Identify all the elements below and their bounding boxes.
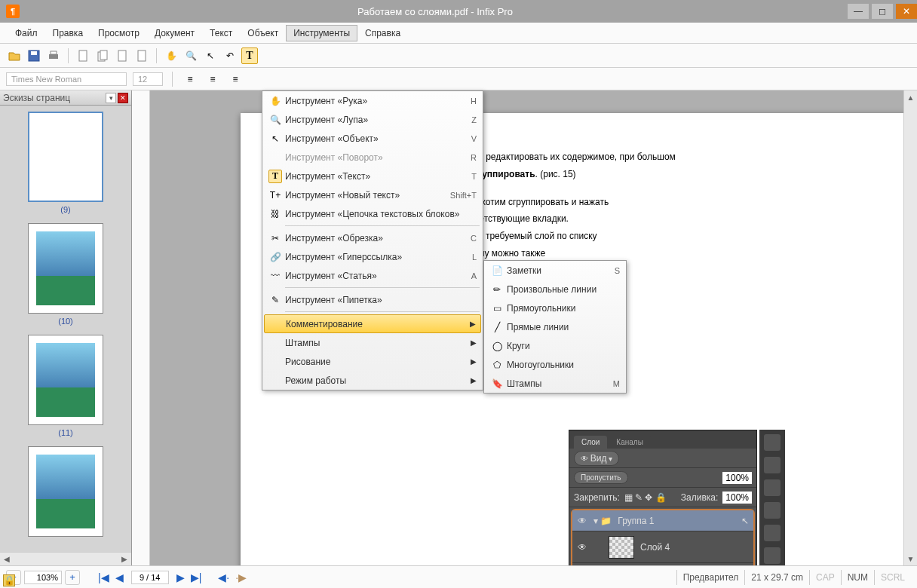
histogram-icon[interactable] xyxy=(764,434,781,451)
menu-item[interactable]: TИнструмент «Текст»T xyxy=(262,167,483,185)
layer-name: Слой 4 xyxy=(640,542,670,553)
submenu-item[interactable]: 🔖ШтампыM xyxy=(484,374,626,393)
thumbnail-label: (10) xyxy=(6,317,125,326)
align-center-icon[interactable]: ≡ xyxy=(204,71,221,87)
undo-icon[interactable]: ↶ xyxy=(222,47,238,64)
menu-item[interactable]: ✋Инструмент «Рука»H xyxy=(262,91,483,110)
fill-label: Заливка: xyxy=(681,492,719,503)
zoom-tool-icon[interactable]: 🔍 xyxy=(182,47,199,64)
thumbnail-label: (9) xyxy=(6,205,125,214)
eye-icon[interactable]: 👁 xyxy=(577,542,587,553)
svg-rect-6 xyxy=(100,51,107,60)
paragraph-icon[interactable] xyxy=(764,547,781,564)
pin-icon[interactable]: ▾ xyxy=(106,93,116,103)
page-thumbnail[interactable] xyxy=(6,446,125,537)
swatches-icon[interactable] xyxy=(764,457,781,473)
menu-объект[interactable]: Объект xyxy=(240,25,286,41)
font-toolbar: ≡ ≡ ≡ xyxy=(0,68,917,90)
zoom-input[interactable] xyxy=(24,571,62,584)
thumbnails-hscroll[interactable]: ◀▶ xyxy=(0,552,131,565)
page-copy-icon[interactable] xyxy=(94,47,111,64)
menu-item[interactable]: Комментирование▶ xyxy=(264,314,481,333)
submenu-item[interactable]: ╱Прямые линии xyxy=(484,317,626,336)
menu-документ[interactable]: Документ xyxy=(147,25,202,41)
thumbnails-panel: Эскизы страниц ▾ ✕ (9)(10)(11) ◀▶ xyxy=(0,90,132,565)
menu-правка[interactable]: Правка xyxy=(45,25,91,41)
menu-item[interactable]: 🔗Инструмент «Гиперссылка»L xyxy=(262,247,483,266)
align-right-icon[interactable]: ≡ xyxy=(227,71,244,87)
prev-page-button[interactable]: ◀ xyxy=(115,571,124,583)
preview-status: Предварител xyxy=(676,570,745,585)
menu-просмотр[interactable]: Просмотр xyxy=(90,25,147,41)
page-thumbnail[interactable]: (10) xyxy=(6,223,125,326)
lock-icon: 🔒 xyxy=(3,574,15,586)
menu-item[interactable]: T+Инструмент «Новый текст»Shift+T xyxy=(262,185,483,204)
menu-item[interactable]: Рисование▶ xyxy=(262,352,483,371)
adjust-icon[interactable] xyxy=(764,502,781,519)
print-icon[interactable] xyxy=(45,47,62,64)
page-delete-icon[interactable] xyxy=(133,47,150,64)
text-tool-icon[interactable]: T xyxy=(241,47,258,64)
svg-rect-1 xyxy=(31,51,37,55)
eye-icon[interactable]: 👁 xyxy=(577,516,587,526)
menu-item[interactable]: 🔍Инструмент «Лупа»Z xyxy=(262,110,483,129)
window-title: Работаем со слоями.pdf - Infix Pro xyxy=(26,6,845,17)
panel-icon[interactable] xyxy=(764,479,781,496)
last-page-button[interactable]: ▶| xyxy=(191,571,202,583)
menu-item[interactable]: Штампы▶ xyxy=(262,333,483,352)
menu-item[interactable]: ✎Инструмент «Пипетка» xyxy=(262,290,483,309)
submenu-item[interactable]: ▭Прямоугольники xyxy=(484,299,626,317)
tab-channels[interactable]: Каналы xyxy=(609,436,651,449)
tools-dropdown: ✋Инструмент «Рука»H🔍Инструмент «Лупа»Z↖И… xyxy=(262,90,483,390)
svg-rect-4 xyxy=(79,51,87,61)
align-left-icon[interactable]: ≡ xyxy=(182,71,198,87)
menu-item[interactable]: ✂Инструмент «Обрезка»C xyxy=(262,228,483,247)
first-page-button[interactable]: |◀ xyxy=(98,571,109,583)
next-page-button[interactable]: ▶ xyxy=(176,571,185,583)
page-input[interactable] xyxy=(131,571,169,584)
app-icon: ¶ xyxy=(6,5,20,18)
page-thumbnail[interactable]: (9) xyxy=(6,112,125,214)
menu-инструменты[interactable]: Инструменты xyxy=(286,25,357,41)
menu-item[interactable]: ⛓Инструмент «Цепочка текстовых блоков» xyxy=(262,204,483,223)
svg-rect-2 xyxy=(49,54,58,59)
pointer-tool-icon[interactable]: ↖ xyxy=(202,47,219,64)
font-size-input[interactable] xyxy=(133,72,163,86)
fx-icon[interactable] xyxy=(764,525,781,541)
menu-текст[interactable]: Текст xyxy=(202,25,240,41)
tab-layers[interactable]: Слои xyxy=(574,436,607,449)
menu-item[interactable]: 〰Инструмент «Статья»A xyxy=(262,266,483,285)
maximize-button[interactable]: ◻ xyxy=(872,4,893,19)
layer-group-row[interactable]: 👁 ▾ 📁 Группа 1 ↖ xyxy=(572,510,753,531)
view-button[interactable]: 👁 Вид ▾ xyxy=(574,451,619,466)
submenu-item[interactable]: ✏Произвольные линии xyxy=(484,280,626,299)
zoom-in-button[interactable]: + xyxy=(65,570,80,585)
blend-mode-select[interactable]: Пропустить xyxy=(574,471,628,484)
layer-row[interactable]: 👁 Слой 4 xyxy=(572,531,753,563)
save-icon[interactable] xyxy=(26,47,42,64)
menu-item[interactable]: Режим работы▶ xyxy=(262,371,483,390)
menu-item[interactable]: Инструмент «Поворот»R xyxy=(262,148,483,167)
page-new-icon[interactable] xyxy=(114,47,130,64)
open-icon[interactable] xyxy=(6,47,23,64)
menu-файл[interactable]: Файл xyxy=(8,25,45,41)
menu-item[interactable]: ↖Инструмент «Объект»V xyxy=(262,129,483,148)
close-button[interactable]: ✕ xyxy=(896,4,917,19)
minimize-button[interactable]: — xyxy=(848,4,869,19)
panel-close-icon[interactable]: ✕ xyxy=(118,93,128,103)
menubar: ФайлПравкаПросмотрДокументТекстОбъектИнс… xyxy=(0,23,917,44)
hand-tool-icon[interactable]: ✋ xyxy=(163,47,179,64)
font-name-input[interactable] xyxy=(6,72,127,86)
page-thumbnail[interactable]: (11) xyxy=(6,335,125,437)
main-toolbar: ✋ 🔍 ↖ ↶ T xyxy=(0,44,917,68)
page-icon[interactable] xyxy=(75,47,91,64)
submenu-item[interactable]: ◯Круги xyxy=(484,336,626,355)
menu-справка[interactable]: Справка xyxy=(357,25,408,41)
nav-back-button[interactable]: ◀· xyxy=(218,571,229,583)
submenu-item[interactable]: ⬠Многоугольники xyxy=(484,355,626,374)
thumbnail-label: (11) xyxy=(6,428,125,437)
submenu-item[interactable]: 📄ЗаметкиS xyxy=(484,261,626,280)
nav-fwd-button[interactable]: ·▶ xyxy=(235,571,247,583)
side-tool-strip xyxy=(759,430,785,565)
vertical-scrollbar[interactable]: ▲▼ xyxy=(903,90,917,565)
